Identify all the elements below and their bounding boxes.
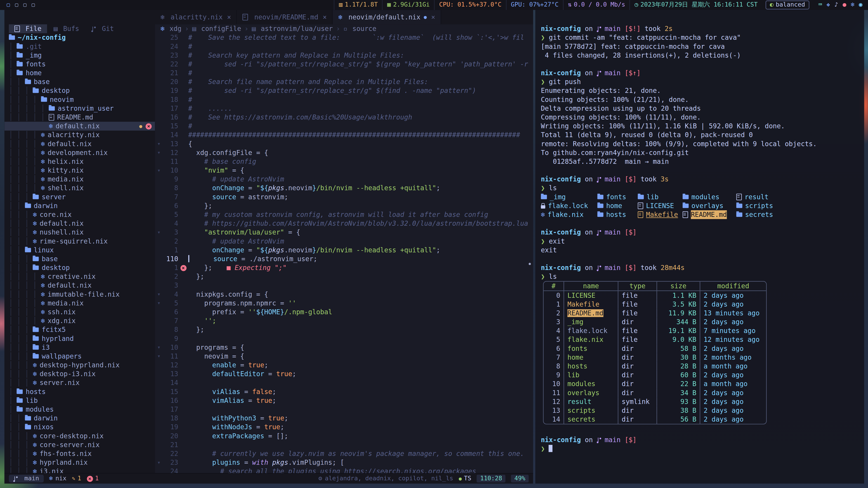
workspace-icon[interactable]: ▢ (32, 0, 35, 9)
code-line[interactable]: 24 # search all the plugins using https:… (155, 467, 533, 473)
tree-item[interactable]: │ │ │ desktop (4, 86, 155, 95)
tree-item[interactable]: │ │ │ │ ❄development.nix (4, 148, 155, 157)
code-editor[interactable]: 25# Save the selected text to a file: `:… (155, 33, 533, 473)
tree-item[interactable]: │ │ │ ❄hyprland.nix (4, 458, 155, 467)
tree-item[interactable]: │ │ │ │ ❄helix.nix (4, 157, 155, 166)
tree-item[interactable]: │ │ │ │ ❄default.nix (4, 139, 155, 148)
code-line[interactable]: 13 defaultEditor = true; (155, 369, 533, 379)
breadcrumb-item[interactable]: ▤configFile (192, 24, 241, 33)
tree-item[interactable]: │ │ │ ❄core-server.nix (4, 440, 155, 449)
tree-item[interactable]: │ │ │ fcitx5 (4, 325, 155, 334)
code-line[interactable]: 6 prefix = ''${HOME}/.npm-global (155, 308, 533, 317)
code-line[interactable]: 110 source = ./astronvim_user; (155, 255, 533, 263)
code-line[interactable]: ▾13{ (155, 139, 533, 148)
workspace-icon[interactable]: ▢ (15, 0, 18, 9)
neotree-tab-bufs[interactable]: ▤Bufs (48, 24, 85, 33)
code-line[interactable]: 25# Save the selected text to a file: `:… (155, 33, 533, 42)
tree-item[interactable]: │ │ │ ❄fhs-fonts.nix (4, 449, 155, 458)
power-profile[interactable]: ◐ balanced (765, 0, 809, 9)
code-line[interactable]: 15# (155, 122, 533, 131)
code-line[interactable]: 2 # update AstroNvim (155, 237, 533, 246)
diagnostics-hints[interactable]: ✎ 1 (72, 474, 81, 483)
code-line[interactable]: 11 # base config (155, 157, 533, 166)
tree-item[interactable]: │ │ │ ❄default.nix (4, 219, 155, 228)
code-line[interactable]: 5 # my cusotom astronvim config, astronv… (155, 210, 533, 219)
tree-item[interactable]: ~/nix-config (4, 33, 155, 42)
code-line[interactable]: 23# Search key pattern and Replace in Mu… (155, 51, 533, 60)
workspace-icon[interactable]: ▢ (23, 0, 27, 9)
code-line[interactable]: ▾3 "astronvim/lua/user" = { (155, 228, 533, 237)
tree-item[interactable]: │ lib (4, 396, 155, 405)
code-line[interactable]: 16# See https://astronvim.com/Basic%20Us… (155, 113, 533, 122)
tree-item[interactable]: │ │ │ │ │ README.md (4, 113, 155, 122)
tree-item[interactable]: │ │ │ base (4, 255, 155, 263)
code-line[interactable]: 18# (155, 95, 533, 104)
tree-item[interactable]: │ │ │ ❄desktop-i3.nix (4, 369, 155, 379)
scrollbar-thumb[interactable] (529, 263, 531, 265)
tree-item[interactable]: │ │ │ ❄i3.nix (4, 467, 155, 473)
code-line[interactable]: ▾4 nixpkgs.config = { (155, 290, 533, 299)
terminal-window[interactable]: nix-config on main [$!] took 2s❯ git com… (535, 10, 864, 484)
code-line[interactable]: 2 }; (155, 272, 533, 281)
code-line[interactable]: 7 ''; (155, 317, 533, 325)
tree-item[interactable]: │ hosts (4, 387, 155, 396)
code-line[interactable]: ▾10 programs = { (155, 343, 533, 352)
tree-item[interactable]: │ │ darwin (4, 201, 155, 210)
code-line[interactable]: 16 vimAlias = true; (155, 396, 533, 405)
breadcrumb-item[interactable]: ❄xdg (160, 24, 182, 33)
tree-item[interactable]: │ │ │ desktop (4, 263, 155, 272)
tree-item[interactable]: │ │ │ │ ❄immutable-file.nix (4, 290, 155, 299)
code-line[interactable]: 21 (155, 440, 533, 449)
bluetooth-icon[interactable]: ❖ (827, 0, 830, 9)
code-line[interactable]: 6 }; (155, 201, 533, 210)
tree-item[interactable]: │ │ │ │ ❄default.nix (4, 281, 155, 290)
code-line[interactable]: 24# (155, 42, 533, 51)
volume-icon[interactable]: ♪ (835, 0, 838, 9)
tree-item[interactable]: │ │ │ wallpapers (4, 352, 155, 361)
editor-tab[interactable]: ❄alacritty.nix× (155, 10, 237, 24)
code-line[interactable]: 1 onChange = "${pkgs.neovim}/bin/nvim --… (155, 246, 533, 254)
close-tab-icon[interactable]: × (227, 13, 231, 22)
tree-item[interactable]: │ │ │ ❄desktop-hyprland.nix (4, 361, 155, 369)
tree-item[interactable]: │ │ │ server (4, 193, 155, 201)
code-line[interactable]: 18 withPython3 = true; (155, 414, 533, 423)
code-line[interactable]: 17 (155, 405, 533, 414)
git-branch-segment[interactable]: main (9, 475, 43, 482)
code-line[interactable]: 3 (155, 281, 533, 290)
code-line[interactable]: 4 # https://github.com/AstroNvim/AstroNv… (155, 219, 533, 228)
editor-tab[interactable]: ❄neovim/default.nix●× (333, 10, 441, 24)
code-line[interactable]: 19# sed -ri "s/pattern_str/replace_str/g… (155, 86, 533, 95)
neotree-tab-git[interactable]: Git (86, 24, 120, 33)
tree-item[interactable]: │ │ │ │ ❄alacritty.nix (4, 131, 155, 139)
nix-icon[interactable]: ❄ (850, 0, 854, 9)
tree-item[interactable]: │ │ │ ❄server.nix (4, 379, 155, 387)
tree-item[interactable]: │ fonts (4, 60, 155, 68)
tree-item[interactable]: │ │ │ │ neovim (4, 95, 155, 104)
tree-item[interactable]: │ │ │ i3 (4, 343, 155, 352)
code-line[interactable]: 19 withNodeJs = true; (155, 423, 533, 431)
code-line[interactable]: ▾23 plugins = with pkgs.vimPlugins; [ (155, 458, 533, 467)
tree-item[interactable]: │ │ │ │ ❄ssh.nix (4, 308, 155, 317)
tree-item[interactable]: │ │ │ ❄nushell.nix (4, 228, 155, 237)
code-line[interactable]: ▾10 "nvim" = { (155, 166, 533, 175)
tree-item[interactable]: │ │ │ │ ❄media.nix (4, 175, 155, 184)
tree-item[interactable]: │ │ │ │ ❄xdg.nix (4, 317, 155, 325)
code-line[interactable]: 15 viAlias = false; (155, 387, 533, 396)
close-file-icon[interactable]: × (146, 123, 152, 129)
code-line[interactable]: 8 }; (155, 325, 533, 334)
tree-item[interactable]: │ │ │ ❄core-desktop.nix (4, 431, 155, 440)
breadcrumb-item[interactable]: ▤astronvim/lua/user (252, 24, 333, 33)
tree-item[interactable]: │ │ │ ❄core.nix (4, 210, 155, 219)
tree-item[interactable]: │ │ │ │ ❄creative.nix (4, 272, 155, 281)
keyboard-icon[interactable]: ⌨ (818, 0, 822, 9)
clock-module[interactable]: ◷ 2023年07月29日 星期六 16:16:11 CST (629, 0, 762, 10)
code-line[interactable]: 17# ...... (155, 104, 533, 113)
tree-item[interactable]: │ _img (4, 51, 155, 60)
code-line[interactable]: 14######################################… (155, 131, 533, 139)
code-line[interactable]: 9 # update AstroNvim (155, 175, 533, 184)
close-tab-icon[interactable]: × (323, 13, 327, 22)
diagnostics-errors[interactable]: × 1 (87, 474, 99, 483)
code-line[interactable]: 22 # currently we use lazy.nvim as neovi… (155, 449, 533, 458)
code-line[interactable]: 22# sed -ri "s/pattern_str/replace_str/g… (155, 60, 533, 68)
tree-item[interactable]: │ │ base (4, 77, 155, 86)
